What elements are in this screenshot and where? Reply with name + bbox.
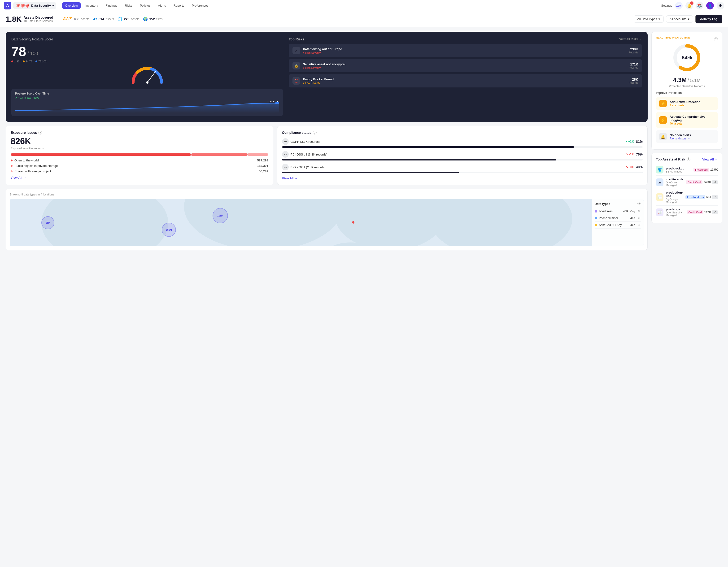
sendgrid-visibility-icon[interactable]: 👁	[637, 223, 641, 227]
assets-label-group: Assets Discovered 18 Data Store Services	[24, 16, 53, 23]
trend-chart-area: 78	[15, 101, 279, 113]
exposure-dot-2	[11, 165, 13, 167]
comprehensive-logging-item[interactable]: ⚡ Activate Comprehensive Logging 46 asse…	[656, 112, 718, 128]
production-usa-tags: Email Address 631 +5	[685, 195, 718, 199]
exposure-view-all[interactable]: View All →	[11, 176, 268, 179]
asset-row-credit-cards: ☁ credit-cards OneDrive • Managed Credit…	[656, 176, 718, 189]
compliance-help-icon[interactable]: ?	[313, 131, 317, 135]
app-name-label: Data Security	[31, 4, 51, 7]
sites-count: 152	[149, 17, 155, 21]
credit-cards-avatar: ☁	[656, 179, 663, 186]
exposure-dot-1	[11, 160, 13, 162]
legend-dot-high	[35, 61, 37, 62]
chevron-down-icon: ▾	[658, 17, 660, 21]
exposure-items-list: Open to the world 587,298 Public objects…	[11, 159, 268, 173]
visibility-toggle[interactable]: 👁	[637, 202, 641, 206]
assets-sub: 18 Data Store Services	[24, 19, 53, 23]
score-legend: 1-33 34-75 76-100	[11, 60, 283, 63]
notifications-button[interactable]: 🔔 !	[685, 2, 693, 9]
logging-text: Activate Comprehensive Logging 46 assets	[670, 115, 715, 125]
svg-point-1	[146, 81, 148, 84]
compliance-items-list: EU GDPR (3.3K records) ↗ +2% 81% PCI PCI…	[282, 138, 643, 173]
gdpr-header: EU GDPR (3.3K records) ↗ +2% 81%	[282, 138, 643, 145]
nav-item-overview[interactable]: Overview	[62, 2, 81, 9]
user-avatar[interactable]: 👤	[706, 2, 714, 9]
exposure-bar-fill-3	[248, 153, 268, 156]
nav-item-alerts[interactable]: Alerts	[155, 2, 169, 9]
ip-color-dot	[595, 210, 597, 213]
chevron-down-icon: ▾	[688, 17, 689, 21]
compliance-pcidss: PCI PCI-DSS v3 (3.1K records) ↘ -1% 76%	[282, 151, 643, 161]
asset-row-prod-backup: 🪣 prod-backup S3 • Managed IP Address 19…	[656, 164, 718, 176]
pcidss-bar	[282, 159, 643, 161]
donut-chart: 84%	[656, 42, 718, 73]
app-selector[interactable]: 🐙🐙🐙 Data Security ▾	[13, 2, 56, 9]
ai-button[interactable]: ⚙	[717, 2, 724, 9]
risk-europe-info: Data flowing out of Europe ● High Severi…	[303, 47, 626, 54]
protected-label: Protected Sensitive Records	[656, 85, 718, 88]
svg-point-8	[430, 199, 572, 246]
iso-bar	[282, 172, 643, 173]
risk-item-bucket[interactable]: 🚫 Empty Bucket Found ● Low Severity 28K …	[289, 74, 642, 88]
exposure-card: Exposure issues ? 826K Exposed sensitive…	[6, 126, 273, 185]
alerts-history-link[interactable]: Alerts History →	[670, 137, 691, 140]
risk-item-encrypted[interactable]: 🔒 Sensitive asset not encrypted ● High S…	[289, 59, 642, 72]
add-active-detection-item[interactable]: ⚡ Add Active Detection 3 accounts	[656, 97, 718, 110]
data-types-header: Data types 👁	[595, 202, 641, 206]
aws-count: 958	[74, 17, 79, 21]
gdpr-bar-fill	[282, 146, 574, 148]
credit-cards-tags: Credit Card 24.3K +2	[686, 180, 718, 184]
risk-bucket-icon: 🚫	[292, 77, 300, 85]
active-detection-text: Add Active Detection 3 accounts	[670, 100, 700, 107]
nav-item-findings[interactable]: Findings	[103, 2, 120, 9]
exposure-item-foreign: Shared with foreign project 56,289	[11, 170, 268, 173]
nav-item-risks[interactable]: Risks	[122, 2, 135, 9]
nav-item-inventory[interactable]: Inventory	[83, 2, 101, 9]
risk-severity-badge: ● Low Severity	[303, 82, 626, 84]
top-assets-help-icon[interactable]: ?	[687, 158, 690, 161]
nav-item-preferences[interactable]: Preferences	[189, 2, 211, 9]
header-bar: 1.8K Assets Discovered 18 Data Store Ser…	[0, 11, 728, 27]
books-button[interactable]: 📚	[696, 2, 703, 9]
activity-log-button[interactable]: Activity Log	[695, 15, 722, 23]
progress-indicator[interactable]: 19%	[675, 2, 683, 9]
nav-item-policies[interactable]: Policies	[137, 2, 153, 9]
azure-pill: Az 614 Assets	[93, 17, 114, 21]
protected-numbers: 4.3M / 5.1M	[656, 76, 718, 84]
risk-lock-icon: 🔒	[292, 62, 300, 70]
donut-center-text: 84%	[682, 55, 692, 61]
app-icon: 🐙🐙🐙	[16, 3, 30, 8]
iso-bar-fill	[282, 172, 459, 173]
prod-backup-info: prod-backup S3 • Managed	[666, 167, 691, 173]
aws-icon: AWS	[63, 17, 72, 22]
compliance-view-all[interactable]: View All →	[282, 177, 643, 180]
ip-visibility-icon[interactable]: 👁	[637, 210, 641, 213]
nav-item-reports[interactable]: Reports	[171, 2, 187, 9]
pcidss-logo: PCI	[282, 151, 289, 158]
chevron-down-icon: ▾	[52, 4, 54, 7]
exposure-help-icon[interactable]: ?	[38, 131, 42, 135]
settings-link[interactable]: Settings	[661, 4, 672, 7]
pcidss-header: PCI PCI-DSS v3 (3.1K records) ↘ -1% 76%	[282, 151, 643, 158]
view-all-risks-link[interactable]: View All Risks →	[619, 38, 642, 41]
prod-logs-tag: Credit Card	[687, 210, 703, 214]
nav-divider	[59, 3, 59, 9]
risk-item-europe[interactable]: ↗ Data flowing out of Europe ● High Seve…	[289, 44, 642, 57]
iso-header: ISO ISO 27001 (2.8K records) ↘ -3% 49%	[282, 164, 643, 171]
pcidss-bar-fill	[282, 159, 556, 161]
accounts-filter[interactable]: All Accounts ▾	[666, 15, 693, 23]
risk-severity-badge: ● High Severity	[303, 66, 626, 69]
azure-count: 614	[99, 17, 104, 21]
assets-title: Assets Discovered	[24, 16, 53, 19]
no-alerts-item: 🔔 No open alerts Alerts History →	[656, 130, 718, 143]
data-type-phone: Phone Number 46K 👁	[595, 215, 641, 222]
realtime-help-icon[interactable]: ?	[714, 37, 718, 41]
compliance-card: Compliance status ? EU GDPR (3.3K record…	[277, 126, 648, 185]
exposure-item-public: Public objects in private storage 183,30…	[11, 164, 268, 168]
prod-backup-avatar: 🪣	[656, 166, 663, 174]
data-types-filter[interactable]: All Data Types ▾	[634, 15, 664, 23]
azure-label: Assets	[105, 18, 114, 21]
top-assets-view-all[interactable]: View All →	[702, 158, 718, 161]
posture-trend-mini: Posture Score Over Time ↗ + 14 in last 7…	[11, 89, 283, 116]
phone-visibility-icon[interactable]: 👁	[637, 216, 641, 220]
